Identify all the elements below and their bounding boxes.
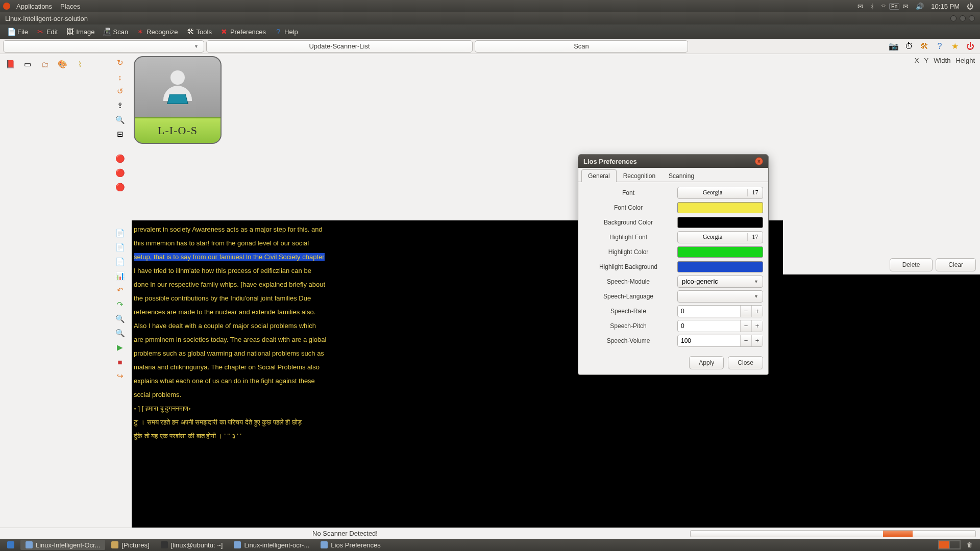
- speech-rate-spinner[interactable]: 0−+: [677, 305, 763, 317]
- delete-button[interactable]: Delete: [890, 258, 933, 271]
- coord-x-label: X: [915, 57, 919, 64]
- places-menu[interactable]: Places: [56, 3, 84, 10]
- taskbar-item[interactable]: Linux-Intelligent-Ocr...: [20, 540, 105, 550]
- speech-language-combo[interactable]: ▼: [677, 290, 763, 303]
- trash-icon[interactable]: 🗑: [962, 540, 978, 550]
- speech-volume-spinner[interactable]: 100−+: [677, 335, 763, 347]
- dialog-title: Lios Preferences: [583, 158, 637, 165]
- image-thumbnail[interactable]: L-I-O-S: [134, 56, 222, 144]
- minus-button[interactable]: −: [740, 320, 751, 332]
- keyboard-layout-indicator[interactable]: En: [889, 3, 899, 10]
- close-button[interactable]: Close: [728, 356, 763, 369]
- color-wheel-icon[interactable]: 🎨: [55, 58, 69, 71]
- page-save-icon[interactable]: 📄: [113, 255, 127, 268]
- rotate-right-icon[interactable]: ↻: [113, 56, 127, 69]
- scan-button[interactable]: Scan: [475, 40, 688, 53]
- mail-icon[interactable]: ✉: [899, 3, 912, 10]
- window-maximize-button[interactable]: [960, 15, 966, 21]
- page-prev-icon[interactable]: 📄: [113, 241, 127, 254]
- find-replace-icon[interactable]: 🔍: [113, 327, 127, 340]
- menu-help[interactable]: ?Help: [270, 28, 302, 36]
- stop-icon[interactable]: ■: [113, 355, 127, 368]
- next-track-icon[interactable]: ↪: [113, 369, 127, 383]
- wifi-icon[interactable]: ⌔: [878, 3, 889, 10]
- camera-icon[interactable]: 📷: [887, 40, 900, 53]
- taskbar-item[interactable]: [Pictures]: [106, 540, 154, 550]
- plus-button[interactable]: +: [751, 320, 763, 332]
- menu-image[interactable]: 🖼Image: [62, 28, 99, 36]
- workspace-switcher[interactable]: [938, 540, 961, 549]
- power-icon[interactable]: ⏻: [964, 40, 977, 53]
- bg-color-swatch[interactable]: [677, 217, 763, 228]
- star-icon[interactable]: ★: [948, 40, 962, 53]
- broom-icon[interactable]: ⌇: [72, 58, 87, 71]
- menu-tools[interactable]: 🛠Tools: [182, 28, 216, 36]
- font-color-swatch[interactable]: [677, 202, 763, 213]
- show-desktop-button[interactable]: [2, 540, 19, 550]
- coord-y-label: Y: [924, 57, 929, 64]
- record-3-icon[interactable]: 🔴: [113, 181, 127, 194]
- settings-tools-icon[interactable]: 🛠: [918, 40, 931, 53]
- zoom-in-icon[interactable]: 🔍: [113, 113, 127, 127]
- rotate-left-icon[interactable]: ↺: [113, 85, 127, 98]
- taskbar-item[interactable]: Linux-intelligent-ocr-...: [229, 540, 314, 550]
- minus-button[interactable]: −: [740, 306, 751, 317]
- help-toolbar-icon[interactable]: ?: [933, 40, 946, 53]
- preferences-window-icon: [321, 541, 328, 548]
- find-icon[interactable]: 🔍: [113, 312, 127, 325]
- applications-menu[interactable]: Applications: [12, 3, 56, 10]
- highlight-font-picker[interactable]: Georgia17: [677, 231, 763, 243]
- plus-button[interactable]: +: [751, 306, 763, 317]
- pdf-icon[interactable]: 📕: [3, 58, 17, 71]
- undo-icon[interactable]: ↶: [113, 284, 127, 297]
- window-titlebar[interactable]: Linux-intelligent-ocr-solution: [0, 12, 980, 24]
- taskbar-item[interactable]: [linux@ubuntu: ~]: [156, 540, 228, 550]
- redo-icon[interactable]: ↷: [113, 298, 127, 311]
- workspace-1[interactable]: [939, 541, 949, 549]
- tab-scanning[interactable]: Scanning: [662, 169, 701, 182]
- scanner-select-combo[interactable]: ▼: [3, 40, 204, 53]
- plus-button[interactable]: +: [751, 335, 763, 346]
- menu-preferences[interactable]: ✖Preferences: [216, 28, 270, 36]
- page-next-icon[interactable]: 📄: [113, 227, 127, 240]
- volume-icon[interactable]: 🔊: [912, 3, 927, 10]
- window-close-button[interactable]: [969, 15, 975, 21]
- speech-pitch-spinner[interactable]: 0−+: [677, 320, 763, 332]
- clock[interactable]: 10:15 PM: [927, 3, 963, 10]
- highlight-color-swatch[interactable]: [677, 246, 763, 258]
- chart-icon[interactable]: 📊: [113, 269, 127, 283]
- collapse-icon[interactable]: ⊟: [113, 128, 127, 141]
- export-icon[interactable]: ⇪: [113, 99, 127, 112]
- right-panel: X Y Width Height Delete Clear: [783, 54, 980, 528]
- tab-recognition[interactable]: Recognition: [617, 169, 662, 182]
- update-scanner-list-button[interactable]: Update-Scanner-List: [206, 40, 473, 53]
- clear-button[interactable]: Clear: [936, 258, 976, 271]
- label-speech-language: Speech-Language: [583, 293, 673, 300]
- record-1-icon[interactable]: 🔴: [113, 152, 127, 165]
- folder-image-icon[interactable]: 🗂: [38, 58, 52, 71]
- speech-module-combo[interactable]: pico-generic▼: [677, 276, 763, 288]
- dialog-close-button[interactable]: ×: [755, 157, 763, 165]
- menu-scan[interactable]: 📠Scan: [99, 28, 133, 36]
- play-icon[interactable]: ▶: [113, 341, 127, 354]
- taskbar-item[interactable]: Lios Preferences: [315, 540, 386, 550]
- bluetooth-icon[interactable]: ᚼ: [867, 3, 878, 10]
- selected-text: setup, that is to say from our famiuesl …: [134, 253, 325, 261]
- power-menu-icon[interactable]: ⏻: [963, 3, 977, 10]
- window-minimize-button[interactable]: [950, 15, 957, 21]
- highlight-bg-swatch[interactable]: [677, 261, 763, 272]
- tab-general[interactable]: General: [581, 169, 617, 182]
- messaging-icon[interactable]: ✉: [854, 3, 867, 10]
- window-icon[interactable]: ▭: [20, 58, 35, 71]
- menu-edit[interactable]: ✂Edit: [32, 28, 62, 36]
- dialog-titlebar[interactable]: Lios Preferences ×: [578, 155, 768, 168]
- menu-file[interactable]: 📄File: [3, 28, 32, 36]
- record-2-icon[interactable]: 🔴: [113, 166, 127, 180]
- timer-icon[interactable]: ⏱: [902, 40, 916, 53]
- font-picker[interactable]: Georgia17: [677, 187, 763, 199]
- apply-button[interactable]: Apply: [689, 356, 724, 369]
- minus-button[interactable]: −: [740, 335, 751, 346]
- menu-recognize[interactable]: ✶Recognize: [132, 28, 182, 36]
- flip-vertical-icon[interactable]: ↕: [113, 70, 127, 84]
- workspace-2[interactable]: [949, 541, 960, 549]
